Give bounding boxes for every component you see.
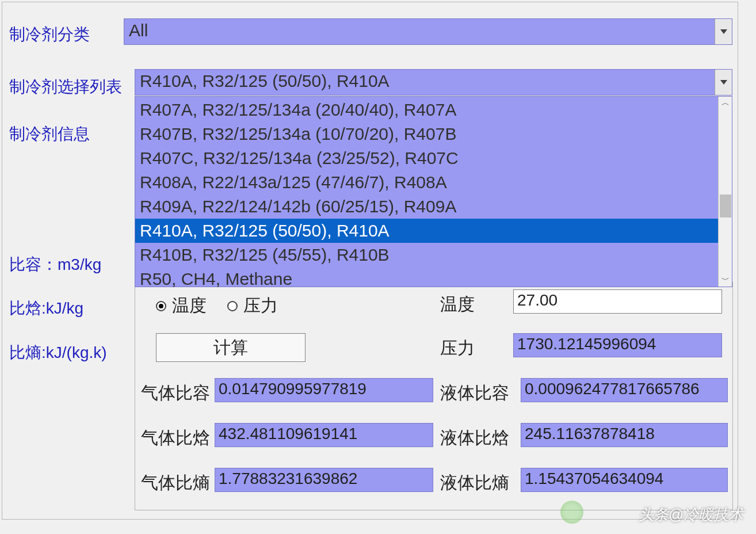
- label-liq-entropy: 液体比熵: [440, 471, 509, 495]
- output-pressure: 1730.12145996094: [513, 333, 722, 357]
- input-temperature-value: 27.00: [517, 291, 558, 309]
- main-panel: 制冷剂分类 制冷剂选择列表 制冷剂信息 比容：m3/kg 比焓:kJ/kg 比熵…: [2, 2, 738, 520]
- label-liq-volume: 液体比容: [440, 382, 509, 405]
- output-liq-volume: 0.000962477817665786: [521, 378, 728, 402]
- chevron-down-icon: [720, 29, 727, 34]
- label-select-list: 制冷剂选择列表: [9, 76, 122, 98]
- label-temperature: 温度: [440, 293, 475, 316]
- label-liq-enthalpy: 液体比焓: [440, 426, 509, 450]
- output-liq-enthalpy: 245.11637878418: [521, 423, 728, 447]
- category-combo[interactable]: All: [124, 18, 732, 45]
- output-pressure-value: 1730.12145996094: [517, 335, 656, 353]
- radio-pressure[interactable]: 压力: [227, 294, 278, 318]
- dropdown-item[interactable]: R407C, R32/125/134a (23/25/52), R407C: [135, 146, 718, 170]
- output-liq-entropy: 1.15437054634094: [521, 468, 728, 492]
- scroll-thumb[interactable]: [720, 194, 731, 218]
- output-liq-entropy-value: 1.15437054634094: [525, 470, 663, 487]
- label-info: 制冷剂信息: [9, 123, 90, 145]
- output-gas-volume: 0.014790995977819: [215, 378, 433, 402]
- output-liq-volume-value: 0.000962477817665786: [525, 380, 700, 398]
- scroll-up-arrow-icon[interactable]: ︿: [719, 97, 732, 109]
- label-gas-enthalpy: 气体比焓: [141, 426, 210, 450]
- radio-circle-icon: [227, 301, 238, 311]
- select-combo-value: R410A, R32/125 (50/50), R410A: [140, 71, 390, 91]
- select-combo-button[interactable]: [715, 70, 732, 95]
- calc-groupbox: 温度 压力 温度 27.00 计算 压力 1730.12145996094 气体…: [135, 282, 733, 510]
- dropdown-item[interactable]: R410A, R32/125 (50/50), R410A: [135, 219, 718, 243]
- label-specific-volume: 比容：m3/kg: [9, 254, 101, 276]
- dropdown-item[interactable]: R407B, R32/125/134a (10/70/20), R407B: [135, 122, 718, 146]
- output-gas-entropy: 1.77883231639862: [215, 468, 433, 492]
- dropdown-item[interactable]: R409A, R22/124/142b (60/25/15), R409A: [135, 194, 718, 219]
- category-combo-button[interactable]: [715, 19, 732, 44]
- dropdown-item[interactable]: R407A, R32/125/134a (20/40/40), R407A: [135, 98, 718, 122]
- input-temperature[interactable]: 27.00: [513, 289, 722, 314]
- label-specific-entropy: 比熵:kJ/(kg.k): [9, 342, 107, 364]
- select-combo[interactable]: R410A, R32/125 (50/50), R410A: [135, 69, 732, 96]
- calculate-button[interactable]: 计算: [156, 333, 306, 362]
- dropdown-item[interactable]: R408A, R22/143a/125 (47/46/7), R408A: [135, 170, 718, 194]
- dropdown-scrollbar[interactable]: ︿ ﹀: [718, 97, 732, 287]
- radio-temperature[interactable]: 温度: [156, 294, 207, 318]
- select-dropdown[interactable]: R407A, R32/125/134a (20/40/40), R407AR40…: [135, 96, 732, 287]
- radio-temperature-label: 温度: [172, 294, 207, 318]
- output-gas-volume-value: 0.014790995977819: [219, 380, 366, 398]
- scroll-down-arrow-icon[interactable]: ﹀: [719, 274, 732, 287]
- dropdown-item[interactable]: R50, CH4, Methane: [135, 267, 718, 291]
- label-specific-enthalpy: 比焓:kJ/kg: [9, 297, 83, 319]
- label-gas-volume: 气体比容: [141, 382, 210, 405]
- output-liq-enthalpy-value: 245.11637878418: [525, 425, 655, 443]
- label-gas-entropy: 气体比熵: [141, 471, 210, 495]
- calculate-button-label: 计算: [213, 336, 248, 360]
- dropdown-item[interactable]: R410B, R32/125 (45/55), R410B: [135, 243, 718, 267]
- radio-pressure-label: 压力: [243, 294, 278, 318]
- label-category: 制冷剂分类: [9, 24, 90, 45]
- category-combo-value: All: [129, 21, 148, 40]
- output-gas-enthalpy: 432.481109619141: [215, 423, 433, 447]
- radio-dot-icon: [156, 301, 166, 311]
- chevron-down-icon: [720, 80, 727, 85]
- output-gas-enthalpy-value: 432.481109619141: [219, 425, 357, 443]
- label-pressure: 压力: [440, 337, 475, 360]
- output-gas-entropy-value: 1.77883231639862: [219, 470, 357, 487]
